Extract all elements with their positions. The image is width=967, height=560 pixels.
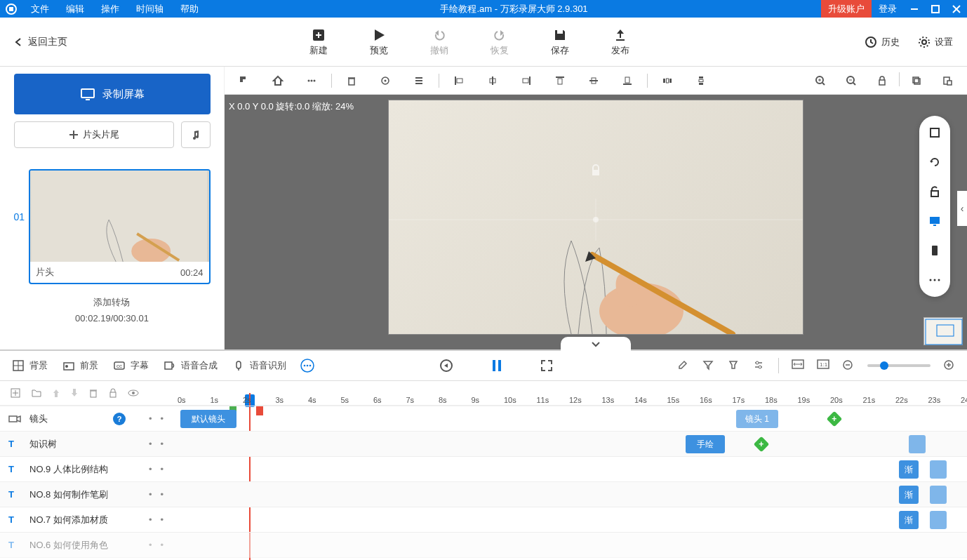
history-button[interactable]: 历史 — [865, 36, 900, 48]
canvas-frame[interactable] — [389, 100, 803, 334]
clip-fade[interactable]: 渐 — [899, 460, 919, 479]
target-icon[interactable] — [377, 72, 394, 89]
funnel-icon[interactable] — [728, 359, 740, 372]
eye-icon[interactable] — [128, 389, 139, 397]
track-content[interactable]: 渐 — [178, 482, 967, 507]
upgrade-button[interactable]: 升级账户 — [821, 0, 872, 18]
add-keyframe-button[interactable]: + — [754, 436, 770, 453]
pause-button[interactable] — [489, 358, 505, 373]
save-button[interactable]: 保存 — [551, 27, 569, 57]
rotate-icon[interactable] — [926, 154, 943, 171]
collapse-panel-button[interactable] — [561, 337, 631, 351]
back-home-button[interactable]: 返回主页 — [7, 32, 74, 53]
foreground-button[interactable]: 前景 — [62, 359, 98, 373]
clip-camera-1[interactable]: 镜头 1 — [736, 410, 778, 428]
background-button[interactable]: 背景 — [11, 359, 48, 373]
align-left-icon[interactable] — [451, 72, 467, 89]
rewind-button[interactable] — [439, 358, 454, 373]
home-icon[interactable] — [269, 72, 286, 89]
align-center-h-icon[interactable] — [484, 72, 501, 89]
tts-button[interactable]: 语音合成 — [163, 359, 218, 373]
login-button[interactable]: 登录 — [872, 0, 904, 18]
add-keyframe-button[interactable]: + — [827, 411, 843, 427]
close-button[interactable] — [946, 0, 967, 18]
clip-handdraw[interactable]: 手绘 — [686, 435, 725, 453]
new-button[interactable]: 新建 — [309, 27, 328, 57]
redo-button[interactable]: 恢复 — [491, 27, 509, 57]
more-icon[interactable] — [303, 72, 320, 89]
delete-track-icon[interactable] — [88, 387, 98, 399]
svg-rect-72 — [933, 225, 936, 226]
clip-default-camera[interactable]: 默认镜头 — [180, 410, 236, 428]
distribute-v-icon[interactable] — [693, 72, 709, 89]
track-content[interactable]: 渐 — [178, 457, 967, 481]
music-button[interactable] — [181, 121, 211, 148]
clip-fade[interactable]: 渐 — [899, 511, 919, 529]
maximize-button[interactable] — [925, 0, 946, 18]
align-bottom-icon[interactable] — [619, 72, 636, 89]
clip-end[interactable] — [930, 486, 947, 504]
clip-end[interactable] — [909, 435, 926, 453]
clip-fade[interactable]: 渐 — [899, 486, 919, 504]
asr-button[interactable]: 语音识别 — [232, 359, 286, 373]
subtitle-button[interactable]: cc字幕 — [112, 359, 149, 373]
unlock-icon[interactable] — [926, 183, 943, 200]
publish-button[interactable]: 发布 — [611, 27, 629, 57]
clip-end[interactable] — [930, 460, 947, 479]
track-content[interactable]: 渐 — [178, 507, 967, 532]
more-options-icon[interactable] — [300, 359, 314, 373]
track-content[interactable]: 默认镜头 镜头 1 + — [178, 406, 967, 431]
menu-edit[interactable]: 编辑 — [58, 0, 93, 18]
menu-file[interactable]: 文件 — [22, 0, 58, 18]
clip-end[interactable] — [930, 511, 947, 529]
track-lock-icon[interactable] — [108, 387, 118, 399]
zoom-out-icon[interactable] — [843, 72, 860, 89]
scene-card[interactable]: 片头 00:24 — [29, 169, 210, 284]
align-top-icon[interactable] — [552, 72, 568, 89]
list-icon[interactable] — [411, 72, 427, 89]
fullscreen-icon[interactable] — [926, 124, 943, 141]
lock-icon[interactable] — [874, 72, 891, 89]
up-icon[interactable] — [52, 387, 60, 399]
head-tail-button[interactable]: 片头片尾 — [14, 121, 174, 148]
minimize-button[interactable] — [904, 0, 925, 18]
canvas-stage[interactable] — [225, 95, 967, 349]
distribute-h-icon[interactable] — [659, 72, 676, 89]
menu-help[interactable]: 帮助 — [172, 0, 207, 18]
zoom-in-icon[interactable] — [812, 72, 829, 89]
mini-map[interactable] — [923, 317, 963, 345]
sliders-icon[interactable] — [753, 359, 766, 372]
paste-icon[interactable] — [939, 72, 956, 89]
menu-action[interactable]: 操作 — [93, 0, 128, 18]
zoom-slider[interactable] — [867, 364, 931, 367]
folder-icon[interactable] — [31, 387, 42, 399]
settings-button[interactable]: 设置 — [918, 36, 953, 48]
corner-icon[interactable] — [236, 72, 253, 89]
menu-timeline[interactable]: 时间轴 — [128, 0, 172, 18]
more-tools-icon[interactable] — [926, 272, 943, 288]
filter-icon[interactable] — [702, 359, 715, 372]
svg-rect-113 — [110, 392, 116, 397]
preview-button[interactable]: 预览 — [370, 27, 388, 57]
align-right-icon[interactable] — [518, 72, 535, 89]
edit-icon[interactable] — [677, 359, 690, 372]
trash-icon[interactable] — [343, 72, 360, 89]
down-icon[interactable] — [70, 387, 79, 399]
ratio-icon[interactable]: 1:1 — [817, 359, 829, 372]
desktop-icon[interactable] — [926, 213, 943, 229]
copy-icon[interactable] — [908, 72, 925, 89]
mobile-icon[interactable] — [926, 242, 943, 259]
align-middle-v-icon[interactable] — [585, 72, 602, 89]
zoom-in-timeline-icon[interactable] — [943, 359, 956, 372]
track-content[interactable] — [178, 533, 967, 557]
fullscreen-preview-button[interactable] — [540, 358, 554, 373]
fit-width-icon[interactable] — [792, 359, 804, 372]
track-content[interactable]: 手绘 + — [178, 432, 967, 456]
expand-right-panel-button[interactable]: ‹ — [957, 191, 967, 226]
add-transition-button[interactable]: 添加转场 — [75, 294, 149, 310]
record-screen-button[interactable]: 录制屏幕 — [14, 74, 211, 114]
add-track-icon[interactable] — [10, 387, 21, 399]
help-icon[interactable]: ? — [113, 413, 126, 425]
undo-button[interactable]: 撤销 — [430, 27, 448, 57]
zoom-out-timeline-icon[interactable] — [842, 359, 855, 372]
